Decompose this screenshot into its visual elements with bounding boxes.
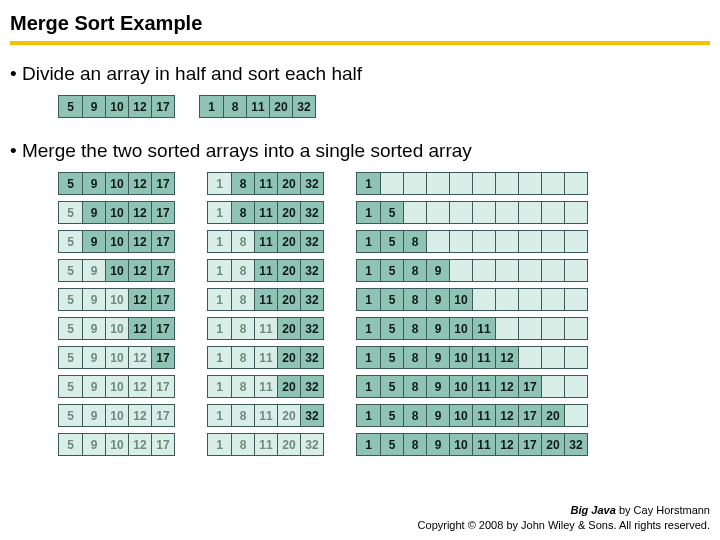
array-cell: 5 — [59, 434, 82, 455]
array-cell: 8 — [231, 260, 254, 281]
array-cell: 8 — [403, 434, 426, 455]
array-cell: 10 — [105, 96, 128, 117]
array-cell: 11 — [472, 347, 495, 368]
array-cell: 9 — [82, 173, 105, 194]
array-cell: 5 — [59, 347, 82, 368]
array-cell: 9 — [82, 202, 105, 223]
footer-author: by Cay Horstmann — [616, 504, 710, 516]
array-cell — [449, 202, 472, 223]
array-cell — [564, 376, 587, 397]
array-cell — [541, 173, 564, 194]
step-result-array: 158910111217 — [356, 375, 588, 398]
array-cell: 12 — [128, 289, 151, 310]
bullet-merge-text: Merge the two sorted arrays into a singl… — [22, 140, 472, 161]
array-cell — [495, 202, 518, 223]
array-cell — [541, 376, 564, 397]
array-cell: 12 — [128, 231, 151, 252]
array-cell: 32 — [300, 231, 323, 252]
array-cell: 1 — [357, 347, 380, 368]
array-cell: 11 — [472, 318, 495, 339]
array-cell: 17 — [151, 434, 174, 455]
array-cell: 12 — [128, 376, 151, 397]
array-cell — [495, 289, 518, 310]
array-cell — [541, 260, 564, 281]
array-cell: 8 — [231, 376, 254, 397]
array-cell: 20 — [277, 347, 300, 368]
array-cell: 10 — [105, 347, 128, 368]
array-cell: 32 — [300, 260, 323, 281]
step-left-array: 59101217 — [58, 346, 175, 369]
array-cell — [472, 202, 495, 223]
step-right-array: 18112032 — [207, 259, 324, 282]
array-cell: 1 — [208, 173, 231, 194]
array-cell: 10 — [449, 289, 472, 310]
step-result-array: 1589101112 — [356, 346, 588, 369]
step-left-array: 59101217 — [58, 259, 175, 282]
array-cell: 11 — [254, 173, 277, 194]
array-cell: 5 — [59, 96, 82, 117]
array-cell: 17 — [151, 173, 174, 194]
array-cell: 5 — [380, 202, 403, 223]
array-cell: 12 — [128, 96, 151, 117]
array-cell: 5 — [380, 347, 403, 368]
array-cell — [518, 173, 541, 194]
array-cell: 12 — [128, 405, 151, 426]
array-cell: 32 — [300, 318, 323, 339]
array-cell: 32 — [300, 376, 323, 397]
footer-copyright: Copyright © 2008 by John Wiley & Sons. A… — [418, 518, 710, 532]
array-cell: 17 — [151, 289, 174, 310]
array-cell — [472, 231, 495, 252]
array-cell: 17 — [151, 318, 174, 339]
footer: Big Java by Cay Horstmann Copyright © 20… — [418, 503, 710, 532]
array-cell: 11 — [472, 434, 495, 455]
array-cell: 12 — [495, 376, 518, 397]
array-cell: 8 — [403, 289, 426, 310]
array-cell: 5 — [380, 260, 403, 281]
array-cell — [564, 318, 587, 339]
array-cell: 8 — [403, 231, 426, 252]
array-cell: 9 — [426, 318, 449, 339]
array-cell: 17 — [518, 405, 541, 426]
step-result-array: 15891011121720 — [356, 404, 588, 427]
array-cell: 1 — [357, 173, 380, 194]
array-cell — [541, 289, 564, 310]
slide-title: Merge Sort Example — [10, 12, 710, 41]
array-cell — [541, 231, 564, 252]
bullet-divide-text: Divide an array in half and sort each ha… — [22, 63, 362, 84]
array-cell: 12 — [128, 318, 151, 339]
step-left-array: 59101217 — [58, 433, 175, 456]
array-cell: 17 — [151, 347, 174, 368]
array-cell: 11 — [254, 318, 277, 339]
array-cell: 20 — [277, 434, 300, 455]
array-cell: 8 — [231, 202, 254, 223]
array-cell — [426, 173, 449, 194]
array-cell: 8 — [231, 318, 254, 339]
array-cell — [564, 405, 587, 426]
array-cell: 17 — [151, 260, 174, 281]
array-cell — [564, 231, 587, 252]
array-cell — [403, 173, 426, 194]
array-cell: 1 — [208, 347, 231, 368]
array-cell: 1 — [208, 260, 231, 281]
array-cell: 12 — [495, 434, 518, 455]
step-left-array: 59101217 — [58, 288, 175, 311]
array-cell: 9 — [426, 289, 449, 310]
array-cell: 11 — [472, 376, 495, 397]
array-cell — [564, 173, 587, 194]
array-cell: 11 — [246, 96, 269, 117]
array-cell: 8 — [231, 289, 254, 310]
array-cell: 9 — [82, 289, 105, 310]
array-cell: 5 — [380, 376, 403, 397]
array-cell: 9 — [426, 260, 449, 281]
array-cell — [495, 260, 518, 281]
step-result-array: 15 — [356, 201, 588, 224]
array-cell — [564, 260, 587, 281]
array-cell: 9 — [426, 434, 449, 455]
array-cell: 9 — [82, 260, 105, 281]
array-cell: 5 — [59, 173, 82, 194]
array-cell: 10 — [449, 434, 472, 455]
array-cell: 9 — [82, 231, 105, 252]
merge-col-result: 1151581589158910158910111589101112158910… — [356, 172, 588, 456]
array-cell: 1 — [208, 318, 231, 339]
step-right-array: 18112032 — [207, 201, 324, 224]
